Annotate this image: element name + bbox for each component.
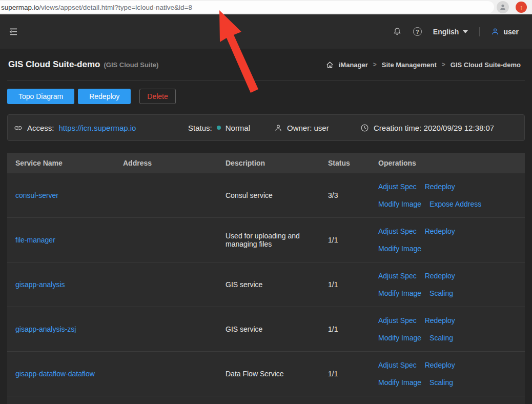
service-description: Data Flow Service bbox=[226, 370, 328, 378]
header-divider bbox=[479, 27, 480, 36]
services-table: Service Name Address Description Status … bbox=[7, 153, 525, 404]
table-row: file-manager Used for uploading and mana… bbox=[7, 218, 525, 262]
access-url-link[interactable]: https://icn.supermap.io bbox=[59, 124, 136, 132]
operations-line-1: Adjust SpecRedeploy bbox=[378, 316, 525, 325]
operation-link-scaling[interactable]: Scaling bbox=[429, 289, 453, 297]
operation-link-adjust-spec[interactable]: Adjust Spec bbox=[378, 316, 417, 325]
service-status: 1/1 bbox=[328, 325, 378, 333]
status-value: Normal bbox=[226, 124, 250, 132]
info-panel: Access: https://icn.supermap.io Status: … bbox=[7, 114, 525, 141]
service-description: Consul service bbox=[226, 191, 328, 199]
operation-link-redeploy[interactable]: Redeploy bbox=[425, 227, 455, 235]
delete-button[interactable]: Delete bbox=[139, 89, 175, 104]
operation-link-modify-image[interactable]: Modify Image bbox=[378, 378, 421, 387]
service-name-link[interactable]: gisapp-dataflow-dataflow bbox=[15, 370, 95, 378]
operations-line-1: Adjust SpecRedeploy bbox=[378, 361, 525, 369]
operations-line-2: Modify ImageExpose Address bbox=[378, 200, 525, 208]
clock-icon bbox=[360, 124, 369, 132]
table-row: consul-server Consul service 3/3 Adjust … bbox=[7, 173, 525, 218]
link-icon bbox=[14, 124, 23, 132]
operation-link-redeploy[interactable]: Redeploy bbox=[425, 361, 455, 369]
app-header: ? English user bbox=[0, 14, 532, 49]
language-selector[interactable]: English bbox=[433, 28, 468, 36]
operations-cell: Adjust SpecRedeploy Modify Image bbox=[378, 227, 525, 253]
user-menu[interactable]: user bbox=[491, 27, 519, 36]
service-status: 3/3 bbox=[328, 191, 378, 199]
access-label: Access: bbox=[27, 124, 54, 132]
operation-link-redeploy[interactable]: Redeploy bbox=[425, 316, 455, 325]
operations-line-1: Adjust SpecRedeploy bbox=[378, 183, 525, 191]
owner-text: Owner: user bbox=[287, 124, 329, 132]
operation-link-adjust-spec[interactable]: Adjust Spec bbox=[378, 183, 417, 191]
url-domain: supermap.io bbox=[1, 4, 39, 11]
breadcrumb-imanager[interactable]: iManager bbox=[339, 61, 368, 69]
service-description: GIS service bbox=[226, 280, 328, 289]
operation-link-redeploy[interactable]: Redeploy bbox=[425, 183, 455, 191]
breadcrumb-current: GIS Cloud Suite-demo bbox=[451, 61, 521, 69]
table-body: consul-server Consul service 3/3 Adjust … bbox=[7, 173, 525, 396]
user-person-icon bbox=[491, 27, 499, 36]
table-row: gisapp-analysis GIS service 1/1 Adjust S… bbox=[7, 262, 525, 307]
breadcrumb-site-management[interactable]: Site Management bbox=[382, 61, 437, 69]
breadcrumb: iManager > Site Management > GIS Cloud S… bbox=[326, 61, 521, 69]
page-title: GIS Cloud Suite-demo bbox=[8, 59, 100, 69]
operations-line-2: Modify ImageScaling bbox=[378, 378, 525, 387]
browser-profile-icon[interactable] bbox=[497, 1, 509, 13]
operations-cell: Adjust SpecRedeploy Modify ImageExpose A… bbox=[378, 183, 525, 208]
status-label: Status: bbox=[188, 124, 212, 132]
service-name-link[interactable]: file-manager bbox=[15, 236, 55, 244]
operation-link-scaling[interactable]: Scaling bbox=[429, 334, 453, 342]
operation-link-scaling[interactable]: Scaling bbox=[429, 378, 453, 387]
home-icon bbox=[326, 61, 334, 69]
operations-cell: Adjust SpecRedeploy Modify ImageScaling bbox=[378, 316, 525, 342]
chevron-down-icon bbox=[463, 30, 468, 33]
operation-link-redeploy[interactable]: Redeploy bbox=[425, 272, 455, 280]
operations-line-2: Modify ImageScaling bbox=[378, 334, 525, 342]
service-name-link[interactable]: consul-server bbox=[15, 191, 58, 199]
redeploy-button[interactable]: Redeploy bbox=[78, 89, 131, 104]
url-path: /views/appset/detail.html?type=icloud-na… bbox=[39, 4, 192, 11]
table-row: gisapp-analysis-zsj GIS service 1/1 Adju… bbox=[7, 307, 525, 352]
operation-link-adjust-spec[interactable]: Adjust Spec bbox=[378, 227, 417, 235]
operation-link-adjust-spec[interactable]: Adjust Spec bbox=[378, 361, 417, 369]
collapse-sidebar-button[interactable] bbox=[8, 27, 18, 36]
column-header-address: Address bbox=[123, 159, 226, 167]
owner-person-icon bbox=[274, 124, 282, 132]
service-status: 1/1 bbox=[328, 370, 378, 378]
creation-time-text: Creation time: 2020/09/29 12:38:07 bbox=[374, 124, 494, 132]
browser-update-icon[interactable]: ↑ bbox=[516, 2, 527, 13]
operations-line-1: Adjust SpecRedeploy bbox=[378, 272, 525, 280]
action-bar: Topo Diagram Redeploy Delete bbox=[0, 80, 532, 111]
service-status: 1/1 bbox=[328, 280, 378, 289]
column-header-description: Description bbox=[226, 159, 328, 167]
operations-cell: Adjust SpecRedeploy Modify ImageScaling bbox=[378, 272, 525, 297]
user-label: user bbox=[503, 28, 519, 36]
operation-link-modify-image[interactable]: Modify Image bbox=[378, 245, 421, 253]
operation-link-adjust-spec[interactable]: Adjust Spec bbox=[378, 272, 417, 280]
service-name-link[interactable]: gisapp-analysis-zsj bbox=[15, 325, 76, 333]
browser-chrome: supermap.io/views/appset/detail.html?typ… bbox=[0, 0, 532, 14]
service-description: GIS service bbox=[226, 325, 328, 333]
service-status: 1/1 bbox=[328, 236, 378, 244]
operations-cell: Adjust SpecRedeploy Modify ImageScaling bbox=[378, 361, 525, 387]
page-subtitle: (GIS Cloud Suite) bbox=[104, 61, 158, 69]
notifications-bell-icon[interactable] bbox=[393, 27, 402, 36]
title-bar: GIS Cloud Suite-demo(GIS Cloud Suite) iM… bbox=[0, 49, 532, 80]
operation-link-modify-image[interactable]: Modify Image bbox=[378, 200, 421, 208]
service-description: Used for uploading and managing files bbox=[226, 232, 328, 248]
table-row: gisapp-dataflow-dataflow Data Flow Servi… bbox=[7, 352, 525, 396]
column-header-operations: Operations bbox=[378, 159, 525, 167]
operation-link-modify-image[interactable]: Modify Image bbox=[378, 289, 421, 297]
column-header-service-name: Service Name bbox=[7, 159, 123, 167]
operations-line-1: Adjust SpecRedeploy bbox=[378, 227, 525, 235]
browser-toolbar-icons: ↑ bbox=[494, 1, 532, 13]
operation-link-modify-image[interactable]: Modify Image bbox=[378, 334, 421, 342]
help-icon[interactable]: ? bbox=[413, 27, 422, 36]
status-dot bbox=[217, 126, 221, 130]
url-bar[interactable]: supermap.io/views/appset/detail.html?typ… bbox=[0, 1, 494, 13]
operations-line-2: Modify Image bbox=[378, 245, 525, 253]
service-name-link[interactable]: gisapp-analysis bbox=[15, 280, 65, 289]
operation-link-expose-address[interactable]: Expose Address bbox=[429, 200, 481, 208]
topo-diagram-button[interactable]: Topo Diagram bbox=[7, 89, 74, 104]
column-header-status: Status bbox=[328, 159, 378, 167]
